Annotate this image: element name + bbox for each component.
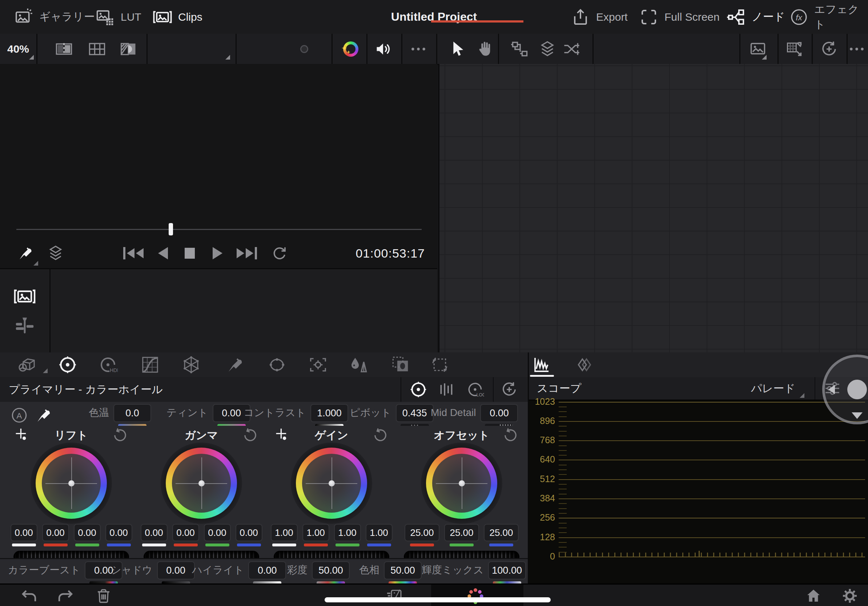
param-value-field[interactable]: 0.435 [396, 404, 434, 422]
scrub-bar[interactable] [16, 229, 422, 230]
tab-hue-curves[interactable] [178, 353, 204, 376]
split-screen-button[interactable] [48, 34, 80, 64]
channel-value-field[interactable]: 25.00 [405, 524, 439, 541]
tab-tracker[interactable] [305, 353, 331, 376]
gallery-button[interactable]: ギャラリー [14, 0, 95, 34]
skip-to-start-button[interactable] [121, 238, 146, 268]
play-reverse-button[interactable] [152, 238, 174, 268]
channel-value-field[interactable]: 0.00 [42, 524, 69, 541]
viewer-more-button[interactable] [402, 34, 435, 64]
cursor-tool-button[interactable] [440, 34, 473, 64]
tab-color-page[interactable] [431, 584, 524, 606]
effects-button[interactable]: fx エフェクト [789, 0, 868, 34]
auto-balance-button[interactable]: A [6, 405, 32, 426]
wheel-reset-button[interactable] [242, 427, 258, 443]
tab-sizing[interactable] [427, 353, 453, 376]
black-point-picker-icon[interactable] [14, 427, 31, 443]
wheel-disc[interactable] [432, 454, 491, 513]
param-value-field[interactable]: 0.00 [248, 561, 286, 580]
clips-button[interactable]: Clips [153, 0, 203, 34]
jog-down-arrow-icon[interactable] [852, 412, 863, 419]
tab-keyframes[interactable] [572, 353, 598, 376]
param-value-field[interactable]: 50.00 [384, 561, 422, 580]
wheel-handle[interactable] [198, 480, 205, 487]
loop-button[interactable] [268, 238, 291, 268]
wipe-mode-button[interactable] [112, 34, 145, 64]
expand-view-button[interactable] [778, 34, 811, 64]
param-value-field[interactable]: 0.0 [113, 404, 151, 422]
color-wheel[interactable] [426, 448, 497, 519]
param-value-field[interactable]: 0.00 [157, 561, 195, 580]
wheel-disc[interactable] [172, 454, 231, 513]
node-graph-panel[interactable] [439, 64, 868, 352]
node-more-button[interactable] [840, 34, 868, 64]
home-button[interactable] [799, 584, 828, 606]
bypass-grades-toggle[interactable] [300, 45, 308, 53]
channel-value-field[interactable]: 1.00 [271, 524, 298, 541]
tab-curves[interactable] [137, 353, 163, 376]
channel-value-field[interactable]: 1.00 [334, 524, 361, 541]
node-mixer-button[interactable] [555, 34, 588, 64]
scope-mode-dropdown[interactable]: パレード [751, 377, 795, 400]
wheel-disc[interactable] [302, 454, 361, 513]
channel-value-field[interactable]: 1.00 [366, 524, 392, 541]
log-mode-button[interactable]: LOG [462, 379, 488, 400]
stop-button[interactable] [179, 238, 201, 268]
hand-tool-button[interactable] [468, 34, 501, 64]
channel-value-field[interactable]: 0.00 [236, 524, 262, 541]
channel-value-field[interactable]: 0.00 [105, 524, 132, 541]
audio-button[interactable] [367, 34, 400, 64]
wheel-handle[interactable] [459, 480, 465, 487]
reset-primaries-button[interactable] [496, 379, 522, 400]
channel-value-field[interactable]: 0.00 [204, 524, 231, 541]
tab-cut-page[interactable] [380, 584, 409, 606]
clips-strip-button[interactable] [10, 284, 39, 308]
channel-value-field[interactable]: 0.00 [11, 524, 37, 541]
playhead[interactable] [169, 223, 173, 235]
play-button[interactable] [206, 238, 228, 268]
param-value-field[interactable]: 1.000 [310, 404, 348, 422]
preview-mode-dropdown[interactable] [146, 34, 236, 64]
tab-color-wheels[interactable] [54, 353, 81, 376]
magic-mask-button[interactable] [335, 34, 367, 64]
channel-value-field[interactable]: 0.00 [141, 524, 167, 541]
tab-camera-raw[interactable] [14, 353, 40, 376]
channel-value-field[interactable]: 1.00 [302, 524, 329, 541]
lut-button[interactable]: LUT [95, 0, 141, 34]
wheel-handle[interactable] [68, 480, 74, 487]
grid-view-button[interactable] [81, 34, 113, 64]
waveform-parade-scope[interactable]: 10238967686405123842561280 [529, 400, 868, 583]
fullscreen-button[interactable]: Full Screen [639, 0, 720, 34]
stills-button[interactable] [741, 34, 774, 64]
export-button[interactable]: Export [571, 0, 628, 34]
delete-button[interactable] [89, 584, 118, 606]
white-balance-picker-button[interactable] [31, 405, 57, 426]
wheel-handle[interactable] [329, 480, 335, 487]
jog-left-arrow-icon[interactable] [828, 385, 835, 394]
color-wheel[interactable] [166, 448, 237, 519]
wheel-reset-button[interactable] [112, 427, 128, 443]
channel-value-field[interactable]: 25.00 [444, 524, 479, 541]
settings-button[interactable] [835, 584, 864, 606]
redo-button[interactable] [51, 584, 80, 606]
tab-power-window[interactable] [264, 353, 290, 376]
wheel-reset-button[interactable] [372, 427, 388, 443]
param-value-field[interactable]: 100.00 [488, 561, 526, 580]
white-point-picker-icon[interactable] [275, 427, 291, 443]
param-value-field[interactable]: 0.00 [480, 404, 518, 422]
channel-value-field[interactable]: 0.00 [74, 524, 101, 541]
home-indicator[interactable] [325, 597, 551, 602]
bars-mode-button[interactable] [434, 379, 459, 400]
tab-key[interactable] [388, 353, 414, 376]
color-wheel[interactable] [36, 448, 107, 519]
tab-scopes[interactable] [529, 353, 555, 376]
channel-value-field[interactable]: 25.00 [484, 524, 519, 541]
param-value-field[interactable]: 50.00 [312, 561, 350, 580]
wheel-disc[interactable] [42, 454, 101, 513]
wipe-layers-button[interactable] [43, 238, 68, 268]
tab-hdr-wheels[interactable]: HDR [95, 353, 121, 376]
color-wheel[interactable] [296, 448, 367, 519]
wheels-mode-button[interactable] [406, 379, 431, 400]
tab-blur[interactable] [345, 353, 371, 376]
skip-to-end-button[interactable] [234, 238, 259, 268]
